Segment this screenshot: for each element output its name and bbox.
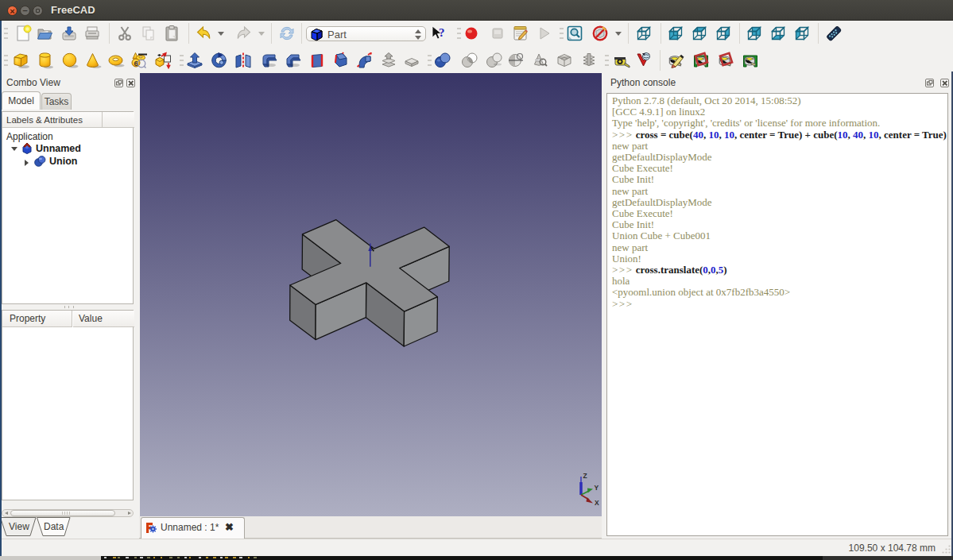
svg-text:Z: Z <box>583 472 587 480</box>
svg-text:Y: Y <box>595 484 599 492</box>
svg-text:?: ? <box>439 26 445 39</box>
svg-text:View: View <box>9 521 29 532</box>
svg-text:Data: Data <box>44 521 64 532</box>
svg-text:X: X <box>595 499 599 507</box>
